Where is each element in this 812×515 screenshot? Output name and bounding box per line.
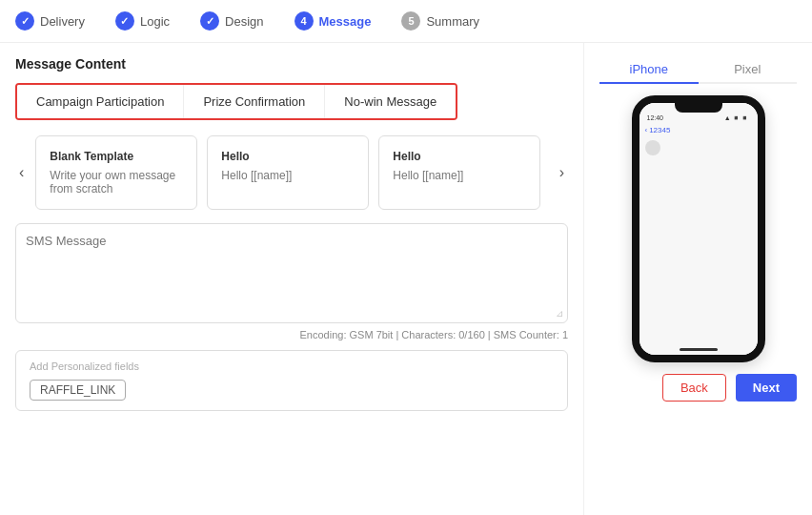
message-icon: 4 (294, 11, 314, 31)
phone-number: 12345 (649, 126, 670, 134)
phone-status-bar: 12:40 ▲ ◾◾ (645, 114, 752, 122)
right-panel: iPhone Pixel 12:40 ▲ ◾◾ ‹ 12345 (583, 43, 812, 515)
nav-step-design[interactable]: ✓ Design (200, 11, 263, 31)
tab-prize[interactable]: Prize Confirmation (183, 85, 324, 118)
personalized-section: Add Personalized fields RAFFLE_LINK (15, 350, 568, 411)
template-hello1-title: Hello (221, 150, 355, 163)
phone-home-bar (680, 348, 718, 351)
design-icon: ✓ (200, 11, 219, 31)
device-tabs: iPhone Pixel (599, 56, 797, 84)
template-hello1-body: Hello [[name]] (221, 169, 355, 182)
template-hello2-body: Hello [[name]] (393, 169, 526, 182)
template-blank-body: Write your own message from scratch (50, 169, 183, 196)
phone-time: 12:40 (647, 114, 664, 122)
prev-arrow-button[interactable]: ‹ (15, 160, 28, 185)
nav-step-message[interactable]: 4 Message (294, 11, 372, 31)
template-card-hello2[interactable]: Hello Hello [[name]] (378, 135, 540, 210)
next-arrow-button[interactable]: › (556, 160, 568, 185)
main-layout: Message Content Campaign Participation P… (0, 43, 812, 515)
message-tabs: Campaign Participation Prize Confirmatio… (15, 83, 457, 120)
phone-screen: 12:40 ▲ ◾◾ ‹ 12345 (639, 103, 758, 355)
nav-step-summary[interactable]: 5 Summary (401, 11, 479, 31)
phone-back-row: ‹ 12345 (645, 126, 752, 134)
device-tab-pixel[interactable]: Pixel (699, 56, 798, 82)
template-hello2-title: Hello (393, 150, 526, 163)
sms-container: ⊿ (15, 223, 568, 323)
delivery-label: Delivery (40, 14, 85, 29)
phone-signal: ▲ ◾◾ (724, 114, 750, 122)
left-panel: Message Content Campaign Participation P… (0, 43, 583, 515)
resize-handle-icon: ⊿ (556, 308, 563, 319)
templates-scroll: Blank Template Write your own message fr… (35, 135, 547, 210)
phone-back-arrow-icon: ‹ (645, 126, 648, 134)
summary-label: Summary (426, 14, 479, 29)
logic-label: Logic (140, 14, 170, 29)
template-card-hello1[interactable]: Hello Hello [[name]] (207, 135, 369, 210)
nav-step-logic[interactable]: ✓ Logic (115, 11, 170, 31)
encoding-info: Encoding: GSM 7bit | Characters: 0/160 |… (15, 329, 568, 340)
tab-nowin[interactable]: No-win Message (324, 85, 456, 118)
device-tab-iphone[interactable]: iPhone (599, 56, 699, 84)
chip-raffle-link[interactable]: RAFFLE_LINK (30, 380, 126, 401)
phone-mockup: 12:40 ▲ ◾◾ ‹ 12345 (632, 95, 765, 362)
top-nav: ✓ Delivery ✓ Logic ✓ Design 4 Message 5 … (0, 0, 812, 43)
template-card-blank[interactable]: Blank Template Write your own message fr… (35, 135, 197, 210)
delivery-icon: ✓ (15, 11, 34, 31)
tab-campaign[interactable]: Campaign Participation (17, 85, 183, 118)
section-title: Message Content (15, 56, 568, 72)
template-blank-title: Blank Template (50, 150, 183, 163)
design-label: Design (225, 14, 263, 29)
bubble-dot (645, 140, 660, 155)
footer-buttons: Back Next (599, 362, 797, 402)
personalized-label: Add Personalized fields (30, 360, 554, 372)
summary-icon: 5 (401, 11, 420, 31)
back-button[interactable]: Back (662, 374, 726, 402)
phone-notch (675, 103, 722, 113)
next-button[interactable]: Next (736, 374, 797, 402)
phone-bubble (645, 140, 752, 155)
nav-step-delivery[interactable]: ✓ Delivery (15, 11, 85, 31)
message-label: Message (319, 14, 372, 29)
logic-icon: ✓ (115, 11, 134, 31)
sms-textarea[interactable] (26, 234, 558, 310)
templates-row: ‹ Blank Template Write your own message … (15, 135, 568, 210)
